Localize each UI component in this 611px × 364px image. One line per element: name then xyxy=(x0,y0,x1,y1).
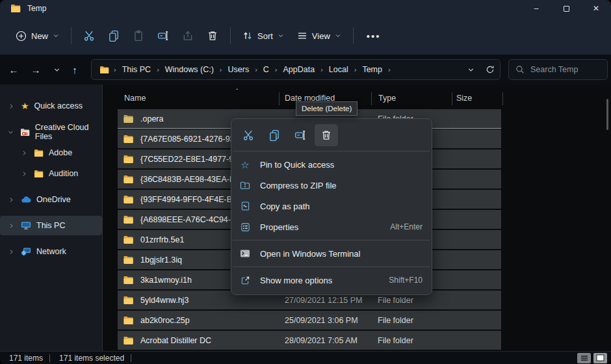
share-button[interactable] xyxy=(176,25,200,47)
breadcrumb-item[interactable]: Local xyxy=(328,65,350,74)
cut-button[interactable] xyxy=(237,124,260,146)
menu-item-compress-to-zip[interactable]: Compress to ZIP file xyxy=(231,175,432,196)
file-type: File folder xyxy=(378,336,413,345)
address-row: ← → ↑ › This PC › Windows (C:) › Users ›… xyxy=(0,55,611,84)
sidebar-item-creative-cloud-files[interactable]: Creative Cloud Files xyxy=(0,122,102,142)
column-divider[interactable] xyxy=(279,92,280,105)
close-button[interactable]: ✕ xyxy=(581,0,611,17)
menu-item-copy-as-path[interactable]: Copy as path xyxy=(231,196,432,216)
refresh-button[interactable] xyxy=(480,60,500,79)
creative-cloud-icon xyxy=(20,128,30,136)
menu-item-pin-to-quick-access[interactable]: ☆ Pin to Quick access xyxy=(231,154,432,175)
more-options-button[interactable]: ••• xyxy=(359,31,389,42)
column-header-name[interactable]: Name xyxy=(124,94,146,103)
title-bar: Temp – ✕ xyxy=(0,0,611,17)
chevron-down-icon xyxy=(53,32,59,39)
sidebar-item-this-pc[interactable]: This PC xyxy=(0,216,102,235)
menu-item-label: Compress to ZIP file xyxy=(260,181,337,190)
folder-icon xyxy=(123,296,134,305)
maximize-button[interactable] xyxy=(551,0,581,17)
vertical-scrollbar[interactable] xyxy=(606,99,608,130)
chevron-down-icon xyxy=(278,32,284,39)
rename-button[interactable] xyxy=(151,25,176,47)
view-button[interactable]: View xyxy=(291,26,348,46)
cut-button[interactable] xyxy=(77,25,101,47)
breadcrumb-separator: › xyxy=(350,66,361,73)
chevron-right-icon xyxy=(20,171,29,177)
sidebar-item-network[interactable]: Network xyxy=(0,242,102,261)
breadcrumb-item[interactable]: Windows (C:) xyxy=(164,65,215,74)
sort-button[interactable]: Sort xyxy=(236,26,291,46)
up-button[interactable]: ↑ xyxy=(65,60,84,79)
column-header-type[interactable]: Type xyxy=(378,94,396,103)
copy-icon xyxy=(108,30,120,42)
sidebar-item-label: Audition xyxy=(49,169,78,178)
file-row[interactable]: ab2k0roc.25p 25/09/2021 3:06 PM File fol… xyxy=(118,311,501,330)
sort-button-label: Sort xyxy=(257,31,273,41)
delete-button[interactable] xyxy=(315,124,338,146)
breadcrumb-item[interactable]: This PC xyxy=(121,65,152,74)
paste-icon xyxy=(133,30,144,42)
sort-ascending-caret: ˆ xyxy=(236,88,238,96)
column-divider[interactable] xyxy=(452,92,452,105)
breadcrumb[interactable]: › This PC › Windows (C:) › Users › C › A… xyxy=(91,59,500,80)
large-icons-view-toggle[interactable] xyxy=(593,353,607,363)
share-icon xyxy=(182,30,194,42)
sidebar-item-label: Creative Cloud Files xyxy=(35,123,102,141)
status-bar: 171 items 171 items selected xyxy=(0,351,611,364)
folder-icon xyxy=(34,149,44,157)
file-date: 25/09/2021 3:06 PM xyxy=(285,316,358,325)
new-button[interactable]: New xyxy=(9,26,66,46)
back-button[interactable]: ← xyxy=(4,60,23,79)
folder-app-icon xyxy=(10,4,21,13)
address-dropdown-button[interactable] xyxy=(461,60,480,79)
forward-button[interactable]: → xyxy=(26,60,46,79)
chevron-right-icon xyxy=(20,150,29,156)
search-box[interactable] xyxy=(508,59,608,80)
breadcrumb-item[interactable]: Temp xyxy=(361,65,384,74)
sidebar-item-onedrive[interactable]: OneDrive xyxy=(0,190,102,209)
sidebar-item-label: Network xyxy=(36,247,66,256)
recent-locations-button[interactable] xyxy=(47,60,66,79)
sort-arrows-icon xyxy=(242,31,253,41)
details-view-toggle[interactable] xyxy=(577,353,591,363)
list-lines-icon xyxy=(580,355,588,361)
navigation-sidebar: ★ Quick access Creative Cloud Files Adob… xyxy=(0,84,103,351)
file-name: ab2k0roc.25p xyxy=(140,316,283,325)
sidebar-item-label: OneDrive xyxy=(36,195,71,204)
plus-circle-icon xyxy=(16,31,27,42)
breadcrumb-separator: › xyxy=(215,66,227,73)
copy-icon xyxy=(268,129,280,141)
sidebar-item-quick-access[interactable]: ★ Quick access xyxy=(0,96,102,116)
copy-button[interactable] xyxy=(101,25,126,47)
breadcrumb-item[interactable]: Users xyxy=(226,65,250,74)
delete-button[interactable] xyxy=(200,25,225,47)
folder-icon xyxy=(123,235,134,244)
breadcrumb-item[interactable]: AppData xyxy=(282,65,317,74)
rename-button[interactable] xyxy=(289,124,312,146)
star-outline-icon: ☆ xyxy=(239,160,251,170)
menu-item-open-in-windows-terminal[interactable]: Open in Windows Terminal xyxy=(231,243,432,264)
file-row[interactable]: Acrobat Distiller DC 28/09/2021 7:05 AM … xyxy=(118,331,501,350)
search-input[interactable] xyxy=(530,65,595,74)
sidebar-item-audition[interactable]: Audition xyxy=(0,164,102,183)
folder-icon xyxy=(123,155,134,164)
items-count: 171 items xyxy=(0,354,49,363)
menu-item-label: Properties xyxy=(260,222,298,232)
breadcrumb-separator: › xyxy=(384,66,395,73)
folder-icon xyxy=(123,114,134,124)
breadcrumb-item[interactable]: C xyxy=(262,65,270,74)
menu-separator xyxy=(233,151,430,151)
sidebar-item-label: Adobe xyxy=(49,148,72,157)
paste-button[interactable] xyxy=(126,25,151,47)
column-header-size[interactable]: Size xyxy=(456,94,472,103)
minimize-button[interactable]: – xyxy=(521,0,551,17)
column-divider[interactable] xyxy=(502,92,503,105)
menu-shortcut: Alt+Enter xyxy=(390,222,422,231)
star-icon: ★ xyxy=(21,101,29,110)
column-divider[interactable] xyxy=(371,92,372,105)
menu-item-show-more-options[interactable]: Show more options Shift+F10 xyxy=(231,270,432,291)
sidebar-item-adobe[interactable]: Adobe xyxy=(0,143,102,162)
menu-item-properties[interactable]: Properties Alt+Enter xyxy=(231,216,432,237)
copy-button[interactable] xyxy=(263,124,286,146)
